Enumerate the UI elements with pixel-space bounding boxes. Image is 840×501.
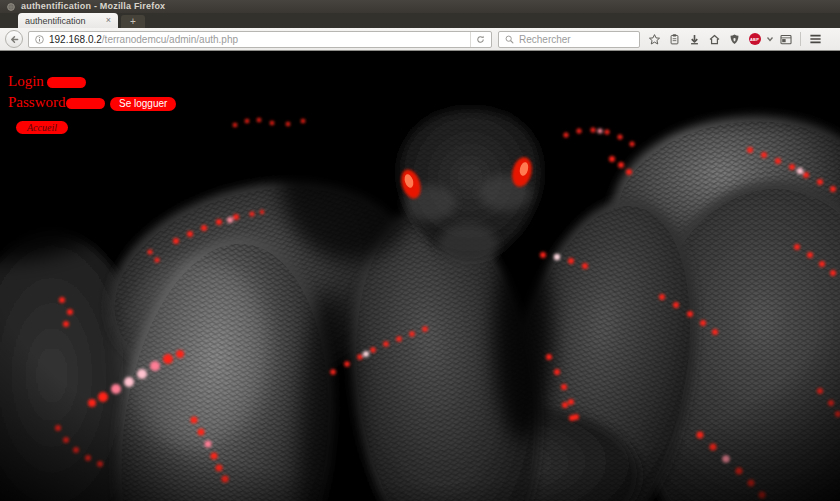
new-tab-button[interactable]: + — [121, 15, 145, 28]
tab-close-icon[interactable]: × — [106, 16, 111, 25]
window-titlebar: authentification - Mozilla Firefox — [0, 0, 840, 13]
chevron-down-icon[interactable] — [766, 35, 774, 43]
abp-label: ABP — [750, 37, 759, 42]
search-bar[interactable]: Rechercher — [498, 31, 640, 48]
navigation-toolbar: 192.168.0.2/terranodemcu/admin/auth.php … — [0, 28, 840, 51]
download-arrow-icon — [688, 33, 701, 46]
search-icon — [504, 34, 515, 45]
tab-bar: authentification × + — [0, 13, 840, 28]
password-label: Password : — [8, 95, 73, 110]
browser-window: authentification - Mozilla Firefox authe… — [0, 0, 840, 501]
adblock-button[interactable]: ABP — [746, 31, 763, 48]
clipboard-icon — [668, 33, 681, 46]
firefox-page-icon — [7, 3, 15, 11]
url-bar[interactable]: 192.168.0.2/terranodemcu/admin/auth.php — [28, 31, 492, 48]
login-input[interactable] — [47, 77, 86, 88]
app-menu-button[interactable] — [807, 31, 824, 48]
url-host: 192.168.0.2 — [49, 34, 102, 45]
back-button[interactable] — [5, 30, 23, 48]
hamburger-menu-icon — [809, 33, 822, 45]
page-content: Login : Password : Se logguer Accueil — [0, 51, 840, 501]
bookmark-star-button[interactable] — [646, 31, 663, 48]
window-title: authentification - Mozilla Firefox — [21, 0, 165, 13]
url-text: 192.168.0.2/terranodemcu/admin/auth.php — [49, 34, 466, 45]
search-placeholder: Rechercher — [519, 34, 571, 45]
snake-background-image — [0, 51, 840, 501]
login-submit-button[interactable]: Se logguer — [110, 97, 176, 111]
bookmarks-menu-button[interactable] — [666, 31, 683, 48]
back-arrow-icon — [9, 34, 20, 45]
downloads-button[interactable] — [686, 31, 703, 48]
frames-button[interactable] — [777, 31, 794, 48]
frames-icon — [779, 33, 793, 46]
reload-icon — [475, 34, 486, 45]
shield-icon — [728, 33, 741, 46]
tab-authentification[interactable]: authentification × — [18, 13, 118, 28]
tab-label: authentification — [25, 16, 102, 26]
url-path: /terranodemcu/admin/auth.php — [102, 34, 238, 45]
reload-button[interactable] — [470, 32, 486, 47]
security-shield-button[interactable] — [726, 31, 743, 48]
home-button[interactable] — [706, 31, 723, 48]
home-link-button[interactable]: Accueil — [16, 121, 68, 134]
password-input[interactable] — [66, 98, 105, 109]
login-label: Login : — [8, 74, 52, 89]
home-icon — [708, 33, 721, 46]
abp-red-circle-icon: ABP — [749, 33, 761, 45]
site-info-icon[interactable] — [34, 34, 45, 45]
toolbar-separator — [800, 32, 801, 46]
star-icon — [648, 33, 661, 46]
toolbar-actions: ABP — [646, 31, 824, 48]
